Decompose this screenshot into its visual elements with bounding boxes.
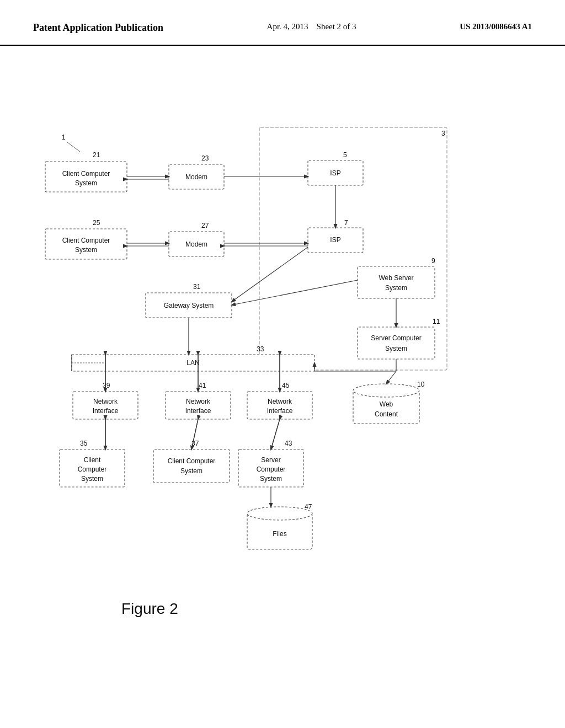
webserver-line2: System (385, 284, 407, 292)
svg-rect-11 (358, 327, 435, 359)
svg-rect-9 (358, 266, 435, 298)
label-31: 31 (193, 283, 201, 291)
label-11: 11 (433, 318, 440, 325)
client2-line1: Client Computer (62, 237, 110, 244)
sheet-info: Sheet 2 of 3 (317, 22, 356, 31)
label-45: 45 (282, 382, 290, 389)
isp2-label: ISP (330, 236, 340, 244)
publication-title: Patent Application Publication (33, 22, 163, 34)
page: Patent Application Publication Apr. 4, 2… (0, 0, 565, 728)
client3-line2: Computer (78, 465, 107, 473)
header: Patent Application Publication Apr. 4, 2… (0, 0, 565, 46)
publication-date: Apr. 4, 2013 (267, 22, 308, 31)
gateway-label: Gateway System (164, 302, 214, 309)
webcontent-line1: Web (380, 400, 393, 408)
webcontent-line2: Content (375, 410, 398, 418)
label-1: 1 (62, 133, 66, 141)
patent-number: US 2013/0086643 A1 (460, 22, 532, 31)
servercomp-line1: Server Computer (371, 334, 421, 342)
label-25: 25 (93, 219, 100, 227)
webserver-line1: Web Server (379, 274, 413, 282)
client1-line1: Client Computer (62, 170, 110, 178)
lan-label: LAN (186, 359, 199, 367)
label-7: 7 (344, 219, 348, 227)
netif1-line2: Interface (93, 407, 119, 415)
client2-line2: System (75, 246, 97, 254)
files-label: Files (273, 530, 286, 538)
client1-line2: System (75, 179, 97, 187)
label-5: 5 (343, 151, 347, 159)
modem1-label: Modem (185, 173, 207, 181)
svg-line-33 (232, 280, 358, 305)
svg-line-30 (232, 247, 308, 302)
netif1-line1: Network (93, 398, 118, 405)
label-47: 47 (305, 503, 312, 511)
netif3-line2: Interface (267, 407, 293, 415)
label-33: 33 (257, 345, 264, 353)
label-27: 27 (201, 222, 209, 229)
label-9: 9 (431, 257, 435, 265)
servercomp-line2: System (385, 345, 407, 352)
svg-point-19 (353, 384, 419, 397)
diagram-svg: 3 1 LAN 33 ISP 5 ISP 7 Client Computer S… (0, 46, 565, 691)
svg-line-50 (386, 371, 396, 384)
netif2-line1: Network (186, 398, 211, 405)
label-35: 35 (80, 440, 88, 447)
modem2-label: Modem (185, 240, 207, 248)
svg-line-48 (271, 419, 280, 449)
label-3: 3 (441, 130, 445, 137)
netif2-line2: Interface (185, 407, 211, 415)
clientcomp-line2: System (180, 467, 202, 475)
client3-line3: System (81, 475, 103, 483)
svg-point-21 (247, 507, 312, 520)
svg-rect-16 (153, 449, 230, 483)
label-23: 23 (201, 154, 209, 162)
figure-label: Figure 2 (121, 600, 178, 617)
diagram-area: 3 1 LAN 33 ISP 5 ISP 7 Client Computer S… (0, 46, 565, 691)
svg-line-1 (67, 142, 80, 152)
label-41: 41 (199, 382, 206, 389)
servercomp2-line2: Computer (257, 465, 286, 473)
servercomp2-line3: System (260, 475, 282, 483)
label-43: 43 (285, 440, 292, 447)
label-39: 39 (103, 382, 110, 389)
header-center: Apr. 4, 2013 Sheet 2 of 3 (267, 22, 356, 31)
servercomp2-line1: Server (261, 456, 280, 464)
netif3-line1: Network (268, 398, 292, 405)
clientcomp-line1: Client Computer (168, 457, 216, 465)
client3-line1: Client (84, 456, 101, 464)
label-10: 10 (417, 381, 425, 388)
label-21: 21 (93, 151, 100, 159)
isp1-label: ISP (330, 169, 340, 177)
